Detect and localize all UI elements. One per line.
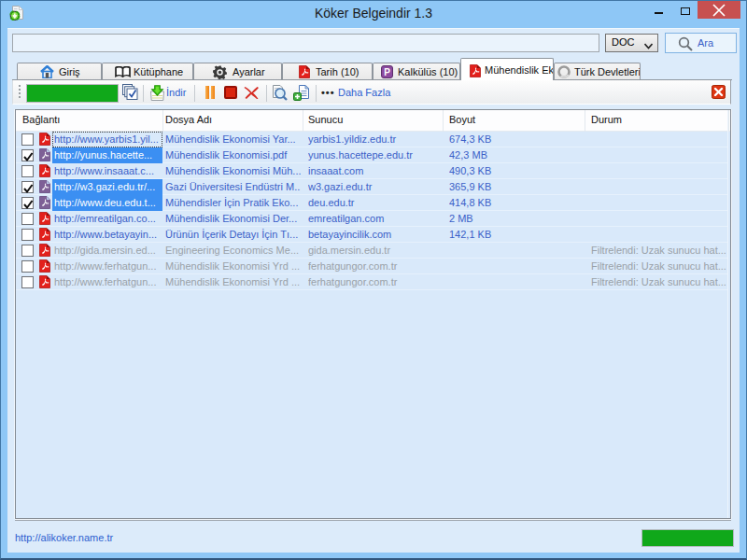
svg-text:P: P [384,67,390,77]
